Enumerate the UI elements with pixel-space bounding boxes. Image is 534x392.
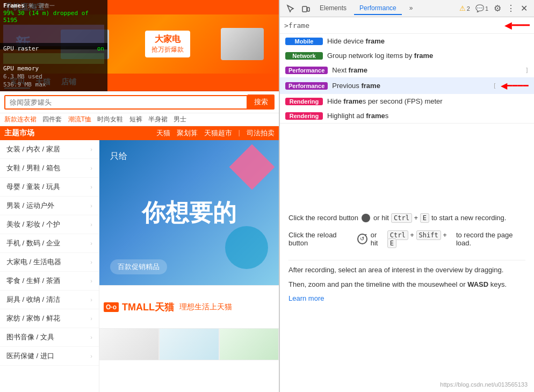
record-or: or hit — [373, 214, 389, 222]
suggestion-text-2: Group network log items by frame — [327, 52, 433, 60]
sidebar-item-4[interactable]: 男装 / 运动户外 › — [0, 197, 99, 215]
sidebar-item-5[interactable]: 美妆 / 彩妆 / 个护 › — [0, 215, 99, 234]
suggestion-text-5: Hide frames per second (FPS) meter — [327, 97, 443, 105]
cat-divider: | — [239, 128, 240, 138]
message-badge[interactable]: 💬 1 — [473, 3, 490, 13]
promo-line2: 你想要的 — [142, 197, 236, 229]
badge-mobile: Mobile — [285, 38, 323, 45]
sidebar-item-9[interactable]: 厨具 / 收纳 / 清洁 › — [0, 291, 99, 309]
banner-big-box: 大家电 抢万折爆款 — [145, 31, 190, 57]
tab-performance[interactable]: Performance — [354, 2, 402, 15]
product-img-2 — [159, 328, 219, 360]
command-input[interactable] — [312, 21, 500, 30]
record-text-before: Click the record button — [288, 214, 358, 222]
suggestion-shortcut-1: ] — [525, 67, 529, 74]
suggestion-text-3: Next frame — [332, 66, 367, 74]
sidebar-item-6[interactable]: 手机 / 数码 / 企业 › — [0, 234, 99, 253]
tab-elements[interactable]: Elements — [314, 2, 352, 15]
suggestion-perf-prev[interactable]: Performance Previous frame [ ◀━━━━ — [280, 77, 534, 94]
sidebar-item-10[interactable]: 家纺 / 家饰 / 鲜花 › — [0, 309, 99, 328]
more-options-button[interactable]: ⋮ — [504, 1, 517, 16]
banner-product-img — [221, 28, 264, 60]
keywords-bar: 新款连衣裙 四件套 潮流T恤 时尚女鞋 短裤 半身裙 男士 — [0, 113, 279, 126]
badge-rendering-1: Rendering — [285, 98, 323, 105]
arrow-icon-1: › — [90, 146, 92, 153]
suggestion-perf-next[interactable]: Performance Next frame ] — [280, 63, 534, 77]
red-arrow-indicator: ◀━━━ — [504, 19, 530, 31]
suggestion-network[interactable]: Network Group network log items by frame — [280, 48, 534, 63]
device-toolbar-btn[interactable] — [299, 2, 312, 15]
arrow-icon-12: › — [90, 353, 92, 359]
command-prompt: >frame — [284, 21, 309, 30]
devtools-right-icons: ⚠ 2 💬 1 ⚙ ⋮ ✕ — [457, 1, 530, 16]
suggestion-rendering-fps[interactable]: Rendering Hide frames per second (FPS) m… — [280, 94, 534, 108]
gpu-raster-value: on — [97, 45, 104, 52]
devtools-performance-content: Click the record button or hit Ctrl + E … — [280, 124, 534, 392]
suggestion-rendering-ad[interactable]: Rendering Highlight ad frames — [280, 108, 534, 123]
svg-rect-0 — [302, 6, 307, 12]
arrow-icon-2: › — [90, 165, 92, 171]
info-text-2: Then, zoom and pan the timeline with the… — [288, 279, 507, 290]
cat-link-sifa[interactable]: 司法拍卖 — [247, 128, 275, 138]
cat-link-juhuasuan[interactable]: 聚划算 — [177, 128, 198, 138]
cat-nav-title: 主题市场 — [4, 128, 34, 138]
keyword-4[interactable]: 时尚女鞋 — [97, 115, 123, 123]
keyword-7[interactable]: 男士 — [174, 115, 186, 123]
gpu-memory-max: 536.9 MB max — [3, 81, 46, 88]
arrow-icon-9: › — [90, 296, 92, 303]
message-icon: 💬 — [475, 4, 484, 12]
frames-title: Frames — [3, 2, 25, 9]
promo-sub: 百款促销精品 — [110, 259, 167, 274]
browser-panel: Frames 来，调查一 99% 30 (14 m) dropped of 51… — [0, 0, 279, 392]
badge-performance-2: Performance — [285, 82, 328, 90]
promo-line1: 只给 — [110, 151, 127, 162]
sidebar-item-11[interactable]: 图书音像 / 文具 › — [0, 328, 99, 347]
keyword-1[interactable]: 新款连衣裙 — [4, 115, 37, 123]
warning-badge[interactable]: ⚠ 2 — [457, 3, 472, 13]
keyword-3[interactable]: 潮流T恤 — [68, 115, 91, 123]
gpu-memory-label: GPU memory — [3, 65, 39, 72]
reload-text-end: to record the page load. — [456, 231, 525, 247]
content-divider — [288, 260, 525, 260]
sidebar: 女装 / 内衣 / 家居 › 女鞋 / 男鞋 / 箱包 › 母婴 / 童装 / … — [0, 140, 99, 392]
reload-row: Click the reload button ↺ or hit Ctrl + … — [288, 231, 525, 247]
sidebar-item-12[interactable]: 医药保健 / 进口 › — [0, 347, 99, 366]
red-arrow-perf: ◀━━━━ — [501, 81, 529, 91]
cat-link-chaoshi[interactable]: 天猫超市 — [204, 128, 232, 138]
arrow-icon-5: › — [90, 221, 92, 228]
product-img-3 — [219, 328, 279, 360]
frames-overlay: Frames 来，调查一 99% 30 (14 m) dropped of 51… — [0, 0, 107, 49]
tab-more[interactable]: » — [404, 2, 418, 15]
warning-count: 2 — [467, 5, 470, 12]
reload-shortcut: Ctrl + Shift + E — [387, 231, 454, 247]
reload-or: or hit — [371, 231, 385, 247]
sidebar-item-1[interactable]: 女装 / 内衣 / 家居 › — [0, 140, 99, 159]
record-row: Click the record button or hit Ctrl + E … — [288, 214, 506, 222]
settings-button[interactable]: ⚙ — [492, 1, 503, 16]
tmall-banner: O·o TMALL天猫 理想生活上天猫 — [99, 285, 279, 328]
record-shortcut: Ctrl + E — [391, 214, 429, 222]
badge-network: Network — [285, 52, 323, 60]
gpu-box: GPU raster on GPU memory 6.3 MB used 536… — [0, 43, 107, 91]
arrow-icon-4: › — [90, 202, 92, 209]
cat-links: 天猫 聚划算 天猫超市 | 司法拍卖 — [156, 128, 275, 138]
search-input[interactable] — [4, 95, 248, 110]
sidebar-item-8[interactable]: 零食 / 生鲜 / 茶酒 › — [0, 272, 99, 291]
tmall-slogan: 理想生活上天猫 — [179, 302, 232, 312]
search-button[interactable]: 搜索 — [248, 95, 275, 110]
learn-more-link[interactable]: Learn more — [288, 294, 324, 302]
keyword-5[interactable]: 短裤 — [129, 115, 142, 123]
sidebar-item-3[interactable]: 母婴 / 童装 / 玩具 › — [0, 178, 99, 197]
close-devtools-button[interactable]: ✕ — [518, 1, 530, 16]
sidebar-item-7[interactable]: 大家电 / 生活电器 › — [0, 253, 99, 272]
message-count: 1 — [485, 5, 488, 12]
arrow-icon-11: › — [90, 334, 92, 340]
devtools-toolbar: Elements Performance » ⚠ 2 💬 1 ⚙ ⋮ ✕ — [280, 0, 534, 17]
suggestion-mobile[interactable]: Mobile Hide device frame — [280, 34, 534, 48]
keyword-2[interactable]: 四件套 — [42, 115, 62, 123]
inspect-icon-btn[interactable] — [284, 2, 297, 15]
cat-link-tianmao[interactable]: 天猫 — [156, 128, 170, 138]
keyword-6[interactable]: 半身裙 — [148, 115, 168, 123]
product-images-row — [99, 328, 279, 360]
sidebar-item-2[interactable]: 女鞋 / 男鞋 / 箱包 › — [0, 159, 99, 178]
